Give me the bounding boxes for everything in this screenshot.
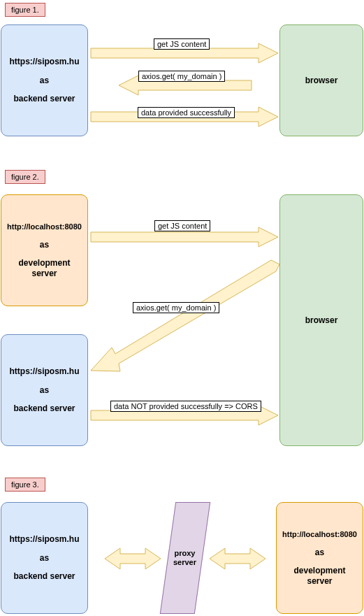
backend-1-url: https://siposm.hu <box>10 57 80 66</box>
dev-3-url: http://localhost:8080 <box>282 530 357 539</box>
dev-2-role: development server <box>7 258 82 278</box>
arrow-label-get-js-1: get JS content <box>154 38 210 50</box>
figure-2-label: figure 2. <box>5 170 45 184</box>
browser-2-label: browser <box>305 315 338 325</box>
proxy-server-box: proxy server <box>160 502 210 614</box>
dev-2-as: as <box>40 240 49 250</box>
dev-3-as: as <box>315 547 324 557</box>
backend-server-box-2: https://siposm.hu as backend server <box>1 334 88 446</box>
backend-2-as: as <box>40 385 49 395</box>
backend-server-box-3: https://siposm.hu as backend server <box>1 502 88 614</box>
arrow-proxy-dev <box>210 548 265 569</box>
svg-marker-6 <box>105 548 161 569</box>
backend-3-url: https://siposm.hu <box>10 534 80 544</box>
figure-3-label: figure 3. <box>5 478 45 492</box>
figure-1-label: figure 1. <box>5 3 45 17</box>
arrow-label-cors: data NOT provided successfully => CORS <box>110 401 261 412</box>
proxy-l2: server <box>173 558 196 566</box>
dev-server-box-3: http://localhost:8080 as development ser… <box>276 502 363 614</box>
svg-marker-4 <box>91 260 279 371</box>
proxy-l1: proxy <box>175 549 196 557</box>
backend-server-box-1: https://siposm.hu as backend server <box>1 24 88 136</box>
backend-1-role: backend server <box>13 94 75 103</box>
arrow-label-data-success: data provided successfully <box>138 107 235 118</box>
dev-2-url: http://localhost:8080 <box>7 222 82 231</box>
backend-1-as: as <box>40 76 49 85</box>
arrow-label-axios-1: axios.get( my_domain ) <box>138 71 225 82</box>
backend-2-url: https://siposm.hu <box>10 366 80 376</box>
arrow-label-get-js-2: get JS content <box>154 220 210 231</box>
arrow-label-axios-2: axios.get( my_domain ) <box>133 302 219 313</box>
backend-2-role: backend server <box>13 403 75 413</box>
backend-3-as: as <box>40 553 49 563</box>
svg-marker-7 <box>210 548 265 569</box>
backend-3-role: backend server <box>13 571 75 581</box>
browser-1-label: browser <box>305 76 338 85</box>
browser-box-1: browser <box>279 24 363 136</box>
browser-box-2: browser <box>279 194 363 446</box>
dev-server-box-2: http://localhost:8080 as development ser… <box>1 194 88 306</box>
arrow-axios-2 <box>91 264 279 376</box>
arrow-backend-proxy <box>105 548 161 569</box>
dev-3-role: development server <box>282 566 357 586</box>
